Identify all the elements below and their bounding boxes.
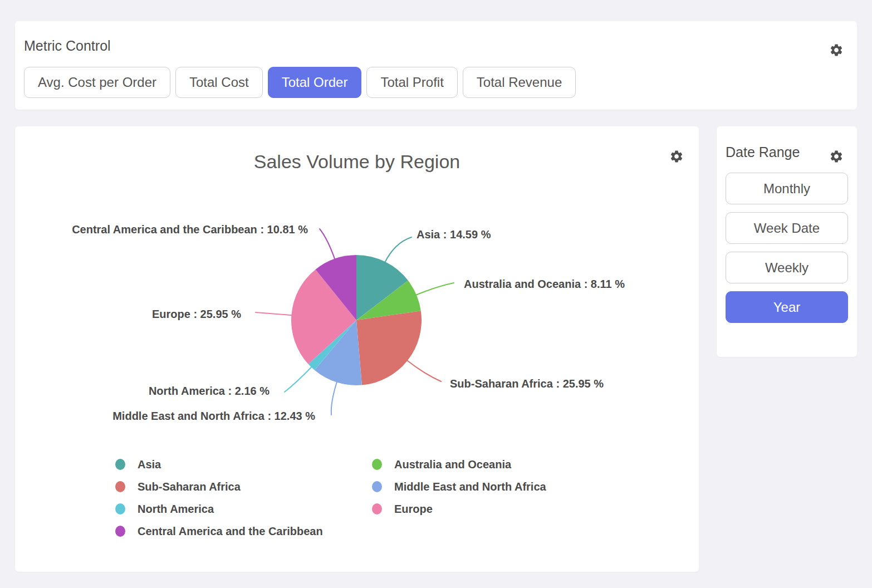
metric-option-total-cost[interactable]: Total Cost	[175, 67, 263, 98]
legend-item-north-america[interactable]: North America	[115, 498, 372, 520]
pie-label-central-america-and-the-caribbean: Central America and the Caribbean : 10.8…	[72, 223, 308, 236]
metric-control-panel: Metric Control Avg. Cost per OrderTotal …	[15, 21, 857, 110]
legend-label: Middle East and North Africa	[394, 481, 546, 493]
legend-label: Australia and Oceania	[394, 458, 511, 471]
pie-slice-sub-saharan-africa[interactable]	[356, 311, 422, 385]
legend-dot-icon	[115, 481, 125, 492]
chart-legend: AsiaAustralia and OceaniaSub-Saharan Afr…	[115, 453, 546, 542]
metric-option-total-order[interactable]: Total Order	[268, 67, 362, 98]
legend-label: Europe	[394, 503, 433, 516]
date-range-options-group: MonthlyWeek DateWeeklyYear	[726, 173, 848, 323]
date-range-settings-button[interactable]	[829, 149, 844, 164]
pie-label-australia-and-oceania: Australia and Oceania : 8.11 %	[464, 278, 625, 290]
legend-item-europe[interactable]: Europe	[372, 498, 546, 520]
date-range-panel: Date Range MonthlyWeek DateWeeklyYear	[717, 126, 857, 357]
label-leader-line-middle-east-and-north-africa	[331, 381, 337, 415]
pie-label-middle-east-and-north-africa: Middle East and North Africa : 12.43 %	[112, 410, 315, 422]
legend-item-sub-saharan-africa[interactable]: Sub-Saharan Africa	[115, 476, 372, 498]
label-leader-line-asia	[385, 237, 411, 263]
metric-option-total-revenue[interactable]: Total Revenue	[463, 67, 576, 98]
sales-volume-chart-panel: Sales Volume by Region Asia : 14.59 %Aus…	[15, 126, 699, 572]
label-leader-line-central-america-and-the-caribbean	[320, 229, 335, 260]
metric-options-group: Avg. Cost per OrderTotal CostTotal Order…	[24, 67, 848, 98]
gear-icon	[829, 43, 844, 57]
metric-control-settings-button[interactable]	[829, 43, 844, 57]
legend-dot-icon	[372, 459, 382, 470]
legend-dot-icon	[372, 503, 382, 514]
metric-control-title: Metric Control	[24, 38, 848, 54]
legend-item-middle-east-and-north-africa[interactable]: Middle East and North Africa	[372, 476, 546, 498]
label-leader-line-north-america	[285, 366, 312, 392]
legend-label: North America	[138, 503, 214, 516]
label-leader-line-australia-and-oceania	[415, 283, 454, 295]
legend-dot-icon	[115, 459, 125, 470]
metric-option-total-profit[interactable]: Total Profit	[366, 67, 457, 98]
date-range-option-monthly[interactable]: Monthly	[726, 173, 848, 204]
label-leader-line-sub-saharan-africa	[406, 360, 441, 381]
pie-label-asia: Asia : 14.59 %	[417, 228, 491, 241]
legend-dot-icon	[115, 503, 125, 514]
legend-label: Asia	[138, 458, 161, 471]
legend-item-australia-and-oceania[interactable]: Australia and Oceania	[372, 453, 546, 476]
metric-option-avg-cost-per-order[interactable]: Avg. Cost per Order	[24, 67, 170, 98]
legend-label: Sub-Saharan Africa	[138, 481, 241, 493]
pie-label-sub-saharan-africa: Sub-Saharan Africa : 25.95 %	[450, 378, 604, 390]
legend-label: Central America and the Caribbean	[138, 525, 323, 538]
label-leader-line-europe	[256, 312, 292, 315]
legend-item-asia[interactable]: Asia	[115, 453, 372, 476]
date-range-option-weekly[interactable]: Weekly	[726, 252, 848, 283]
legend-dot-icon	[372, 481, 382, 492]
content-row: Sales Volume by Region Asia : 14.59 %Aus…	[15, 126, 857, 572]
date-range-option-week-date[interactable]: Week Date	[726, 212, 848, 244]
dashboard-page: Metric Control Avg. Cost per OrderTotal …	[0, 0, 872, 572]
legend-dot-icon	[115, 526, 125, 537]
pie-label-europe: Europe : 25.95 %	[152, 308, 241, 320]
legend-item-central-america-and-the-caribbean[interactable]: Central America and the Caribbean	[115, 520, 372, 542]
date-range-option-year[interactable]: Year	[726, 291, 848, 323]
gear-icon	[829, 149, 844, 164]
pie-label-north-america: North America : 2.16 %	[149, 385, 270, 397]
